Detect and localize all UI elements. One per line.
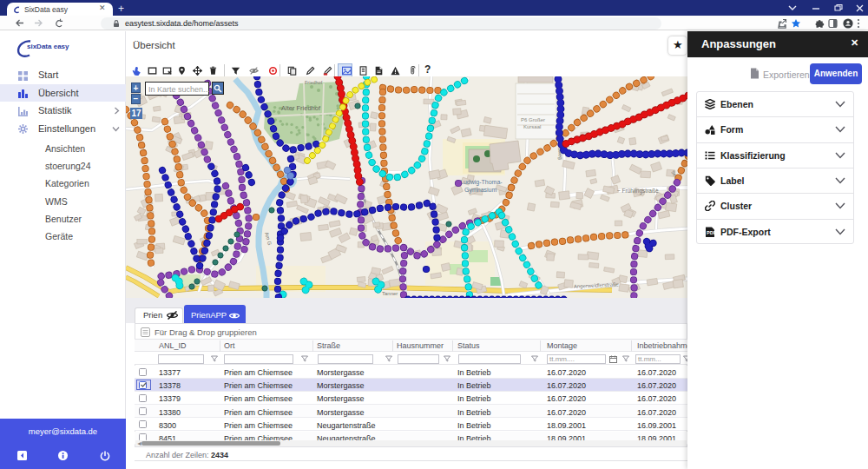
svg-text:P6 Großer: P6 Großer [521,117,545,122]
svg-text:PDF: PDF [707,230,715,235]
svg-text:Gymnasium: Gymnasium [464,187,497,194]
svg-text:Ludwig-Thoma-: Ludwig-Thoma- [460,179,503,186]
svg-text:Friedhof: Friedhof [305,80,323,85]
svg-text:~ Frühlingstraße: ~ Frühlingstraße [617,188,659,195]
svg-text:Alter Friedhof: Alter Friedhof [281,104,321,112]
svg-text:Kursaal: Kursaal [523,124,541,129]
svg-text:Tanner: Tanner [382,291,398,296]
